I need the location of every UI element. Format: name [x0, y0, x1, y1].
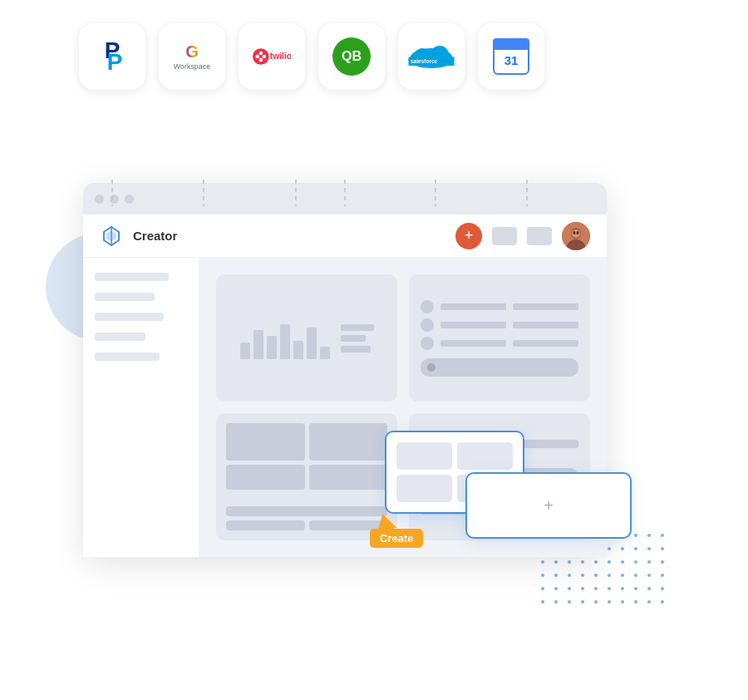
integration-google-calendar: 31	[478, 23, 544, 90]
app-title: Creator	[133, 229, 445, 243]
svg-point-18	[572, 229, 580, 238]
svg-point-2	[258, 58, 263, 62]
integration-quickbooks: QB	[318, 23, 385, 90]
app-header: Creator +	[83, 214, 607, 258]
integration-salesforce: salesforce	[398, 23, 465, 90]
svg-point-20	[577, 231, 579, 234]
traffic-light-1	[95, 195, 104, 204]
grid-card-1	[216, 274, 397, 402]
integration-twilio: twilio	[239, 23, 305, 90]
integration-google-workspace: G Workspace	[159, 23, 225, 90]
floating-card-new[interactable]: +	[465, 472, 632, 539]
header-view-toggle-1[interactable]	[492, 227, 517, 245]
svg-text:salesforce: salesforce	[411, 58, 438, 64]
svg-point-1	[258, 52, 263, 56]
integrations-row: P P G Workspace twilio	[79, 23, 544, 90]
create-cursor-tooltip: Create	[370, 514, 423, 548]
scene: P P G Workspace twilio	[0, 0, 748, 700]
svg-point-4	[263, 55, 267, 59]
grid-card-2	[409, 274, 590, 402]
svg-point-3	[255, 55, 259, 59]
add-button[interactable]: +	[455, 223, 482, 249]
header-view-toggle-2[interactable]	[527, 227, 552, 245]
app-sidebar	[83, 258, 199, 557]
svg-text:twilio: twilio	[270, 52, 291, 61]
traffic-light-3	[125, 195, 134, 204]
user-avatar[interactable]	[562, 222, 590, 250]
svg-point-0	[253, 48, 269, 65]
browser-titlebar	[83, 183, 607, 214]
svg-point-19	[573, 231, 576, 234]
integration-paypal: P P	[79, 23, 145, 90]
app-logo	[100, 224, 123, 248]
traffic-light-2	[110, 195, 119, 204]
new-card-plus-icon: +	[544, 496, 554, 515]
